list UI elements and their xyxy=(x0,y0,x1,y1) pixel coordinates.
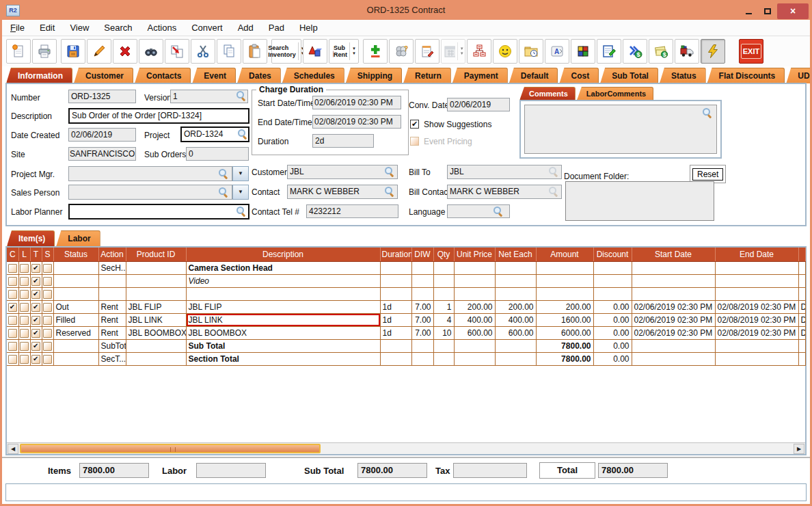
project-search-icon[interactable] xyxy=(238,129,247,139)
amount-cell[interactable]: 6000.00 xyxy=(536,326,593,339)
grid-row[interactable]: SubTot Sub Total 7800.00 0.00 xyxy=(7,339,805,352)
labor-total-field[interactable] xyxy=(196,463,266,478)
tab[interactable]: Return xyxy=(403,68,451,83)
scroll-left-button[interactable]: ◀ xyxy=(8,444,18,454)
close-button[interactable]: × xyxy=(777,3,809,19)
diw-cell[interactable]: 7.00 xyxy=(411,313,433,326)
discount-cell[interactable]: 0.00 xyxy=(593,313,632,326)
l-checkbox-cell[interactable] xyxy=(18,300,30,313)
s-checkbox[interactable] xyxy=(43,277,52,286)
status-cell[interactable] xyxy=(53,261,98,274)
overflow-cell[interactable] xyxy=(798,274,805,287)
horizontal-scrollbar[interactable]: ◀ ▶ xyxy=(7,442,805,454)
duration-cell[interactable] xyxy=(380,261,411,274)
discount-cell[interactable] xyxy=(593,287,632,300)
product-id-cell[interactable] xyxy=(126,261,186,274)
number-field[interactable]: ORD-1325 xyxy=(68,90,136,103)
grid-row[interactable]: SecT... Section Total 7800.00 0.00 xyxy=(7,352,805,365)
duration-field[interactable]: 2d xyxy=(312,134,374,148)
tab[interactable]: Schedules xyxy=(282,68,344,83)
column-header[interactable]: End Date xyxy=(715,248,798,261)
tab[interactable]: Information xyxy=(6,68,72,83)
quick-action-button[interactable] xyxy=(701,39,725,64)
column-header[interactable]: DIW xyxy=(411,248,433,261)
language-search-icon[interactable] xyxy=(493,207,503,216)
s-checkbox-cell[interactable] xyxy=(42,313,53,326)
column-header[interactable]: Qty xyxy=(433,248,454,261)
print-button[interactable] xyxy=(32,39,57,64)
edit-document-button[interactable] xyxy=(597,39,621,64)
unit-price-cell[interactable] xyxy=(454,352,495,365)
save-button[interactable] xyxy=(61,39,85,64)
net-each-cell[interactable] xyxy=(495,352,536,365)
unit-price-cell[interactable] xyxy=(454,287,495,300)
start-datetime-field[interactable]: 02/06/2019 02:30 PM xyxy=(312,96,401,109)
s-checkbox[interactable] xyxy=(43,264,52,273)
new-document-button[interactable] xyxy=(6,39,31,64)
c-checkbox[interactable] xyxy=(8,303,17,312)
calendar-button[interactable]: ▼▼ xyxy=(441,39,465,64)
l-checkbox-cell[interactable] xyxy=(18,313,30,326)
status-cell[interactable]: Filled xyxy=(53,313,98,326)
tab[interactable]: Flat Discounts xyxy=(707,68,785,83)
qty-cell[interactable]: 4 xyxy=(433,313,454,326)
t-checkbox[interactable] xyxy=(31,355,40,364)
document-folder-box[interactable] xyxy=(565,181,714,221)
product-id-cell[interactable] xyxy=(126,274,186,287)
duration-cell[interactable]: 1d xyxy=(380,300,411,313)
end-date-cell[interactable]: 02/08/2019 02:30 PM xyxy=(715,300,798,313)
start-date-cell[interactable] xyxy=(632,287,715,300)
grid-row[interactable]: Video xyxy=(7,274,805,287)
l-checkbox[interactable] xyxy=(20,303,29,312)
overflow-cell[interactable] xyxy=(798,339,805,352)
status-cell[interactable] xyxy=(53,274,98,287)
c-checkbox-cell[interactable] xyxy=(7,274,18,287)
menu-item[interactable]: Edit xyxy=(40,23,55,33)
contact-field[interactable]: MARK C WEBBER xyxy=(287,185,398,199)
status-cell[interactable] xyxy=(53,339,98,352)
discount-cell[interactable]: 0.00 xyxy=(593,326,632,339)
grid-row[interactable]: Filled Rent JBL LINK JBL LINK 1d 7.00 4 … xyxy=(7,313,805,326)
delete-button[interactable] xyxy=(113,39,137,64)
product-id-cell[interactable]: JBL LINK xyxy=(126,313,186,326)
net-each-cell[interactable]: 400.00 xyxy=(495,313,536,326)
l-checkbox-cell[interactable] xyxy=(18,352,30,365)
add-button[interactable] xyxy=(363,39,388,64)
amount-cell[interactable]: 1600.00 xyxy=(536,313,593,326)
grid-row[interactable]: Out Rent JBL FLIP JBL FLIP 1d 7.00 1 200… xyxy=(7,300,805,313)
items-tab[interactable]: Labor xyxy=(56,230,100,246)
bill-contact-field[interactable]: MARK C WEBBER xyxy=(447,185,562,199)
send-dollar-button[interactable]: $ xyxy=(623,39,647,64)
site-field[interactable]: SANFRANCISCO xyxy=(68,147,136,161)
end-date-cell[interactable] xyxy=(715,339,798,352)
l-checkbox-cell[interactable] xyxy=(18,274,30,287)
event-pricing-checkbox[interactable] xyxy=(410,137,419,146)
duration-cell[interactable] xyxy=(380,287,411,300)
t-checkbox[interactable] xyxy=(31,303,40,312)
description-cell[interactable] xyxy=(186,287,380,300)
menu-item[interactable]: Convert xyxy=(191,23,223,33)
amount-cell[interactable] xyxy=(536,261,593,274)
action-cell[interactable] xyxy=(98,274,126,287)
comments-tab[interactable]: LaborComments xyxy=(577,87,653,101)
s-checkbox-cell[interactable] xyxy=(42,300,53,313)
menu-item[interactable]: Search xyxy=(104,23,132,33)
action-cell[interactable]: Rent xyxy=(98,326,126,339)
comments-box[interactable] xyxy=(524,105,717,154)
s-checkbox-cell[interactable] xyxy=(42,287,53,300)
tab[interactable]: Event xyxy=(192,68,236,83)
net-each-cell[interactable] xyxy=(495,287,536,300)
t-checkbox-cell[interactable] xyxy=(30,339,42,352)
t-checkbox-cell[interactable] xyxy=(30,352,42,365)
t-checkbox[interactable] xyxy=(31,316,40,325)
c-checkbox-cell[interactable] xyxy=(7,326,18,339)
sub-orders-field[interactable]: 0 xyxy=(186,147,249,161)
description-cell[interactable]: Camera Section Head xyxy=(186,261,380,274)
folder-clock-button[interactable] xyxy=(519,39,543,64)
description-cell[interactable]: JBL BOOMBOX xyxy=(186,326,380,339)
sales-person-search-icon[interactable] xyxy=(219,187,228,197)
column-header[interactable]: Action xyxy=(98,248,126,261)
truck-button[interactable] xyxy=(675,39,699,64)
column-header[interactable]: Net Each xyxy=(495,248,536,261)
smiley-button[interactable] xyxy=(493,39,517,64)
